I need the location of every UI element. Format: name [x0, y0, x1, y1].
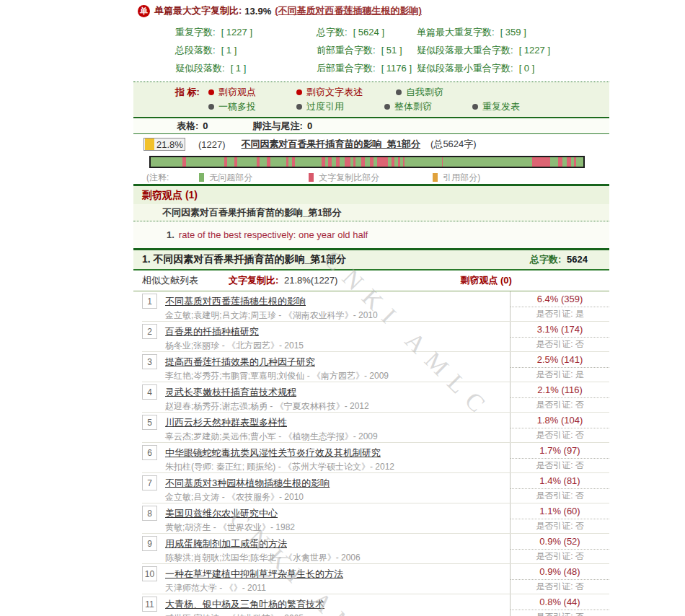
doc-cited: 是否引证: 否 — [511, 488, 609, 503]
bar-red-segment — [322, 157, 325, 167]
stat-value: [ 1176 ] — [381, 63, 412, 74]
doc-percent: 1.8% (104) — [511, 413, 609, 428]
bar-red-segment — [345, 157, 350, 167]
row-number: 2 — [142, 324, 157, 339]
doc-title-link[interactable]: 不同基质对西番莲插穗生根的影响 — [165, 295, 306, 308]
total-chars-value: 5624 — [567, 254, 588, 265]
max-copy-source-link[interactable]: (不同基质对西番莲插穗生根的影响) — [275, 4, 422, 17]
indicator-label: 一稿多投 — [218, 100, 256, 113]
row-main: 8 美国贝兹维尔农业研究中心 黄敏;胡济生 - 《世界农业》- 1982 — [142, 503, 510, 533]
doc-title-link[interactable]: 灵武长枣嫩枝扦插育苗技术规程 — [165, 386, 296, 399]
row-right: 1.4% (81) 是否引证: 否 — [510, 473, 609, 503]
indicator-title: 指 标: — [175, 86, 208, 99]
table-row: 7 不同基质对3种园林植物插穗生根的影响 金立敏;吕文涛 - 《农技服务》- 2… — [142, 473, 609, 503]
doc-source: 杨冬业;张丽珍 - 《北方园艺》- 2015 — [165, 340, 304, 352]
doc-source: 李红艳;岑秀芬;韦鹏霄;覃嘉明;刘俊仙 - 《南方园艺》- 2009 — [165, 370, 389, 382]
plagiarism-points-header: 剽窃观点 (1) — [133, 186, 609, 204]
plagiarism-report-page: CNKI AMLC CNKI AMLC 单 单篇最大文字复制比: 13.9% (… — [0, 0, 685, 616]
bar-red-segment — [361, 157, 365, 167]
stat-label: 总字数: — [317, 26, 348, 39]
row-right: 3.1% (174) 是否引证: 否 — [510, 322, 609, 351]
row-right: 2.5% (141) 是否引证: 是 — [510, 352, 609, 382]
section-title: 1. 不同因素对百香果扦插育苗的影响_第1部分 — [142, 253, 346, 266]
doc-title-link[interactable]: 川西云杉天然种群表型多样性 — [165, 416, 287, 429]
bar-red-segment — [392, 157, 394, 167]
indicator-plagiarized-ideas: 剽窃观点 — [208, 86, 278, 99]
stat-label: 疑似段落最大重合字数: — [417, 44, 513, 57]
section-header: 1. 不同因素对百香果扦插育苗的影响_第1部分 总字数: 5624 — [133, 250, 609, 270]
doc-source: 黄敏;胡济生 - 《世界农业》- 1982 — [165, 522, 295, 534]
bar-red-segment — [292, 157, 295, 167]
report-content: 单 单篇最大文字复制比: 13.9% (不同基质对西番莲插穗生根的影响) 重复字… — [133, 0, 609, 616]
copy-ratio-box: 21.8% — [143, 138, 185, 151]
tab-plagiarism-points[interactable]: 剽窃观点 (0) — [460, 274, 512, 287]
doc-title-link[interactable]: 不同基质对3种园林植物插穗生根的影响 — [165, 477, 330, 490]
doc-percent: 0.8% (44) — [511, 594, 609, 610]
row-number: 4 — [142, 384, 157, 400]
indicator-label: 整体剽窃 — [394, 100, 432, 113]
max-copy-ratio-header: 单 单篇最大文字复制比: 13.9% (不同基质对西番莲插穗生根的影响) — [133, 0, 609, 22]
indicator-whole-plagiarism: 整体剽窃 — [384, 100, 454, 113]
legend-label: 无问题部分 — [209, 172, 252, 184]
bar-red-segment — [574, 157, 576, 167]
stat-label: 前部重合字数: — [317, 44, 376, 57]
doc-cited: 是否引证: 否 — [511, 397, 609, 412]
bar-red-segment — [336, 157, 340, 167]
indicator-label: 剽窃观点 — [218, 86, 256, 99]
doc-title-link[interactable]: 一种在草坪建植中抑制草坪杂草生长的方法 — [165, 568, 343, 581]
doc-cited: 是否引证: 是 — [511, 367, 609, 382]
row-number: 11 — [142, 597, 157, 612]
bar-legend: (注释: 无问题部分 文字复制比部分 引用部分) — [133, 171, 609, 186]
stat-back-overlap: 后部重合字数: [ 1176 ] — [317, 62, 417, 75]
doc-title-link[interactable]: 中华眼镜蛇蛇毒抗类风湿性关节炎疗效及其机制研究 — [165, 446, 381, 459]
doc-percent: 0.9% (52) — [511, 534, 609, 549]
stat-suspect-paragraphs: 疑似段落数: [ 1 ] — [175, 62, 317, 75]
tab-copy-ratio[interactable]: 文字复制比: 21.8%(1227) — [229, 274, 337, 287]
row-number: 8 — [142, 506, 157, 521]
stat-total-paragraphs: 总段落数: [ 1 ] — [175, 44, 317, 57]
bar-red-segment — [370, 157, 374, 167]
indicator-row-1: 指 标: 剽窃观点 剽窃文字表述 自我剽窃 — [133, 86, 609, 99]
copy-ratio-value: 21.8%(1227) — [284, 275, 337, 286]
table-row: 6 中华眼镜蛇蛇毒抗类风湿性关节炎疗效及其机制研究 朱扣柱(导师: 秦正红; 顾… — [142, 443, 609, 473]
doc-title-link[interactable]: 不同因素对百香果扦插育苗的影响_第1部分 — [242, 138, 420, 151]
red-dot-icon — [296, 89, 302, 95]
gray-dot-icon — [384, 104, 390, 110]
stats-grid: 重复字数: [ 1227 ] 总字数: [ 5624 ] 单篇最大重复字数: [… — [133, 22, 609, 82]
doc-percent: 1.4% (81) — [511, 473, 609, 488]
legend-label: 引用部分) — [443, 172, 480, 184]
doc-title-link[interactable]: 大青杨、银中杨及三角叶杨的繁育技术 — [165, 598, 324, 611]
doc-cited: 是否引证: 否 — [511, 579, 609, 594]
tab-similar-docs[interactable]: 相似文献列表 — [142, 274, 198, 287]
doc-percent: 2.1% (116) — [511, 382, 609, 397]
single-doc-badge-icon: 单 — [138, 5, 150, 17]
copy-ratio-bar — [149, 156, 585, 168]
table-row: 4 灵武长枣嫩枝扦插育苗技术规程 赵迎春;杨秀芬;谢志强;杨勇 - 《宁夏农林科… — [142, 382, 609, 413]
doc-title-link[interactable]: 美国贝兹维尔农业研究中心 — [165, 507, 278, 520]
doc-source: 金立敏;袁建明;吕文涛;周玉珍 - 《湖南农业科学》- 2010 — [165, 309, 378, 322]
doc-percent: 0.9% (48) — [511, 564, 609, 579]
stat-label: 重复字数: — [175, 26, 216, 39]
similar-docs-table: 1 不同基质对西番莲插穗生根的影响 金立敏;袁建明;吕文涛;周玉珍 - 《湖南农… — [142, 291, 609, 616]
legend-label: 文字复制比部分 — [319, 172, 379, 184]
bar-red-segment — [398, 157, 400, 167]
doc-cited: 是否引证: 否 — [511, 458, 609, 472]
stat-total-chars: 总字数: [ 5624 ] — [317, 26, 417, 39]
table-row: 8 美国贝兹维尔农业研究中心 黄敏;胡济生 - 《世界农业》- 1982 1.1… — [142, 503, 609, 534]
doc-source: 天津师范大学 - 《》- 2011 — [165, 582, 266, 594]
footnote-count-value: 0 — [307, 120, 312, 131]
legend-ok-part: 无问题部分 — [199, 172, 252, 184]
doc-title-link[interactable]: 百香果的扦插种植研究 — [165, 325, 259, 338]
doc-total-chars: (总5624字) — [430, 138, 477, 151]
row-right: 1.1% (60) 是否引证: 否 — [510, 503, 609, 533]
row-main: 2 百香果的扦插种植研究 杨冬业;张丽珍 - 《北方园艺》- 2015 — [142, 322, 510, 351]
stat-value: [ 51 ] — [381, 45, 402, 56]
doc-title-link[interactable]: 用咸蛋腌制剂加工咸蛋的方法 — [165, 537, 287, 550]
stat-label: 总段落数: — [175, 44, 216, 57]
total-chars-label: 总字数: — [530, 254, 561, 265]
bar-red-segment — [328, 157, 332, 167]
row-main: 4 灵武长枣嫩枝扦插育苗技术规程 赵迎春;杨秀芬;谢志强;杨勇 - 《宁夏农林科… — [142, 382, 510, 412]
stat-value: [ 359 ] — [500, 27, 526, 38]
doc-cited: 是否引证: 否 — [511, 337, 609, 351]
doc-title-link[interactable]: 提高西番莲扦插效果的几种因子研究 — [165, 356, 315, 369]
